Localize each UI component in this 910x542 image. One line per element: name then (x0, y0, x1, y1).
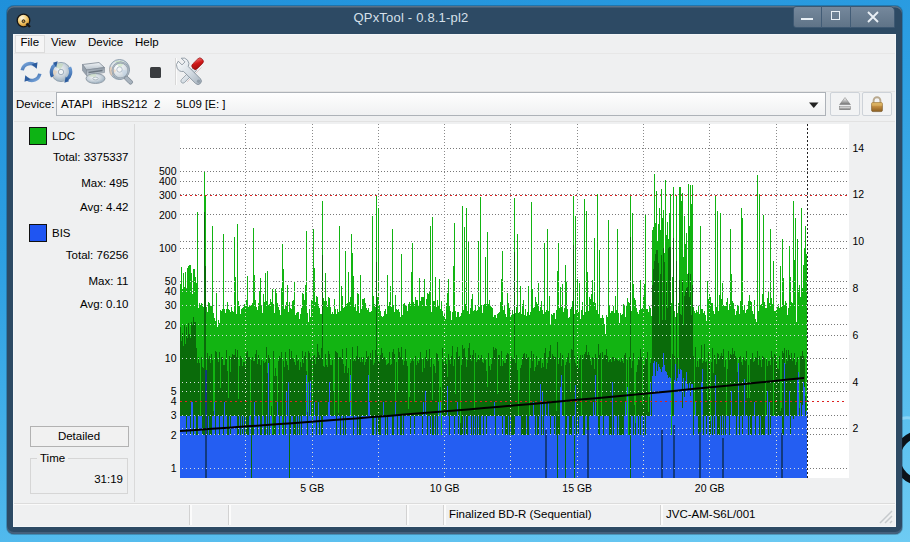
svg-text:500: 500 (159, 165, 177, 177)
svg-text:20: 20 (165, 319, 177, 331)
svg-text:2: 2 (853, 422, 859, 434)
svg-text:4: 4 (853, 376, 859, 388)
svg-text:8: 8 (853, 282, 859, 294)
svg-text:30: 30 (165, 299, 177, 311)
svg-text:12: 12 (853, 188, 865, 200)
svg-text:20 GB: 20 GB (695, 482, 725, 494)
svg-text:200: 200 (159, 209, 177, 221)
svg-text:100: 100 (159, 242, 177, 254)
svg-text:40: 40 (165, 285, 177, 297)
svg-text:6: 6 (853, 329, 859, 341)
svg-text:4: 4 (171, 395, 177, 407)
svg-text:5: 5 (171, 385, 177, 397)
svg-text:3: 3 (171, 409, 177, 421)
svg-text:15 GB: 15 GB (562, 482, 592, 494)
svg-text:300: 300 (159, 189, 177, 201)
svg-text:5 GB: 5 GB (300, 482, 324, 494)
svg-text:400: 400 (159, 175, 177, 187)
svg-text:50: 50 (165, 275, 177, 287)
svg-text:2: 2 (171, 429, 177, 441)
svg-text:10 GB: 10 GB (430, 482, 460, 494)
svg-text:1: 1 (171, 462, 177, 474)
svg-text:10: 10 (853, 235, 865, 247)
svg-text:14: 14 (853, 142, 865, 154)
svg-text:10: 10 (165, 352, 177, 364)
